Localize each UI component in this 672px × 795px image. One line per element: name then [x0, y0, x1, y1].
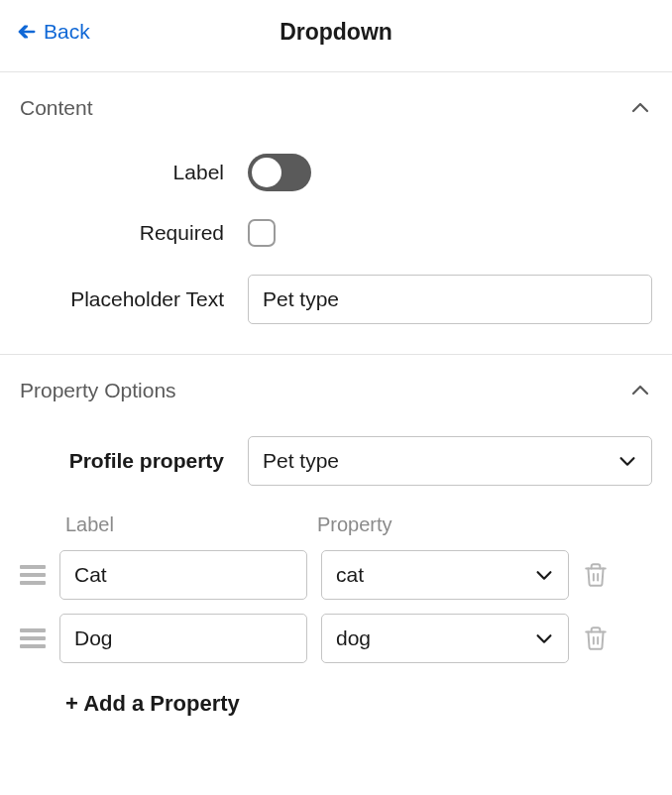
required-row: Required [20, 219, 652, 247]
profile-property-row: Profile property Pet type [20, 436, 652, 486]
placeholder-row: Placeholder Text [20, 275, 652, 324]
option-label-input[interactable] [59, 550, 307, 600]
toggle-knob [252, 158, 281, 187]
label-row: Label [20, 154, 652, 191]
required-checkbox[interactable] [248, 219, 276, 247]
content-section: Content Label Required Placeholder Text [0, 71, 672, 354]
property-options-title: Property Options [20, 379, 176, 402]
option-property-value: cat [336, 563, 364, 587]
placeholder-field-label: Placeholder Text [20, 287, 248, 311]
placeholder-input[interactable] [248, 275, 652, 324]
label-toggle[interactable] [248, 154, 311, 191]
page-title: Dropdown [280, 19, 392, 46]
column-label-header: Label [65, 513, 317, 536]
profile-property-label: Profile property [20, 449, 248, 473]
option-row: cat [20, 550, 652, 600]
option-property-select[interactable]: dog [321, 614, 569, 663]
property-options-header[interactable]: Property Options [20, 379, 652, 402]
chevron-up-icon [628, 96, 652, 120]
profile-property-select[interactable]: Pet type [248, 436, 652, 486]
back-button[interactable]: Back [16, 20, 90, 44]
trash-icon[interactable] [583, 625, 609, 651]
label-field-label: Label [20, 161, 248, 184]
trash-icon[interactable] [583, 562, 609, 588]
column-property-header: Property [317, 513, 392, 536]
arrow-left-icon [16, 21, 38, 43]
option-label-input[interactable] [59, 614, 307, 663]
drag-handle-icon[interactable] [20, 626, 46, 650]
chevron-up-icon [628, 379, 652, 402]
content-section-header[interactable]: Content [20, 96, 652, 120]
required-field-label: Required [20, 221, 248, 245]
profile-property-value: Pet type [263, 449, 339, 473]
option-property-select[interactable]: cat [321, 550, 569, 600]
drag-handle-icon[interactable] [20, 563, 46, 587]
add-property-button[interactable]: + Add a Property [65, 691, 652, 717]
content-section-title: Content [20, 96, 93, 120]
option-row: dog [20, 614, 652, 663]
property-options-section: Property Options Profile property Pet ty… [0, 354, 672, 737]
back-label: Back [44, 20, 90, 44]
option-columns-header: Label Property [20, 513, 652, 536]
page-header: Back Dropdown [0, 0, 672, 71]
option-property-value: dog [336, 626, 371, 650]
